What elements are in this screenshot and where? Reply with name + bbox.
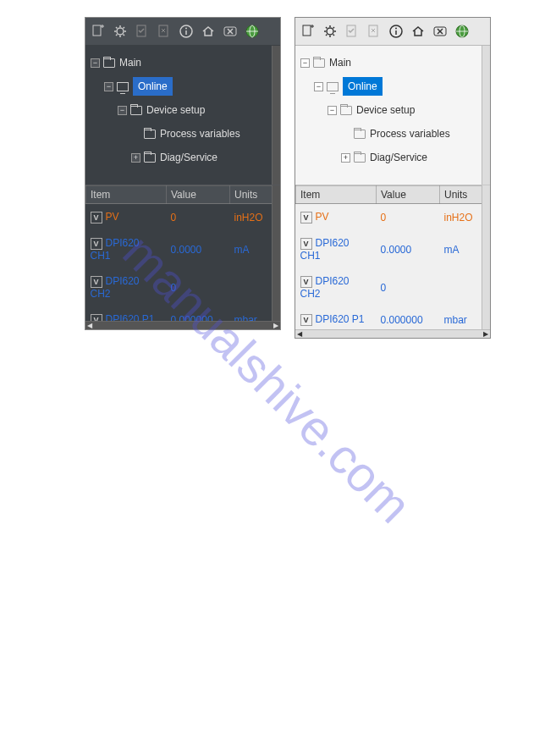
panel-dark: − Main − Online − Device setup Process v… xyxy=(85,17,281,330)
col-item[interactable]: Item xyxy=(86,186,167,204)
cell-value: 0.0000 xyxy=(377,230,440,268)
tree-scrollbar[interactable] xyxy=(272,46,280,185)
globe-icon[interactable] xyxy=(243,22,261,41)
svg-line-9 xyxy=(124,35,125,36)
cell-item: PV xyxy=(316,211,329,223)
collapse-icon[interactable]: − xyxy=(314,82,323,91)
check-page-icon[interactable] xyxy=(343,22,361,41)
cell-value: 0 xyxy=(167,204,230,231)
info-icon[interactable] xyxy=(177,22,195,41)
tree-scrollbar[interactable] xyxy=(482,46,490,185)
svg-point-17 xyxy=(185,28,187,30)
svg-line-10 xyxy=(116,35,118,36)
cell-item: PV xyxy=(106,211,119,223)
collapse-icon[interactable]: − xyxy=(328,106,337,115)
v-badge-icon: V xyxy=(300,276,312,288)
home-icon[interactable] xyxy=(199,22,217,41)
delete-page-icon[interactable] xyxy=(155,22,173,41)
scroll-right-icon[interactable]: ▶ xyxy=(482,330,490,338)
tree-label: Process variables xyxy=(160,128,240,140)
expand-icon[interactable]: + xyxy=(131,153,140,163)
table-body-dark: VPV0inH2OVDPI620 CH10.0000mAVDPI620 CH20… xyxy=(86,204,280,330)
col-value[interactable]: Value xyxy=(167,186,230,204)
globe-icon[interactable] xyxy=(453,22,471,41)
new-file-icon[interactable] xyxy=(299,22,317,41)
info-icon[interactable] xyxy=(387,22,405,41)
delete-page-icon[interactable] xyxy=(365,22,383,41)
svg-point-28 xyxy=(327,28,333,35)
svg-rect-25 xyxy=(303,25,311,36)
cell-item: DPI620 P1 xyxy=(316,313,365,325)
v-badge-icon: V xyxy=(300,238,312,250)
table-row[interactable]: VPV0inH2O xyxy=(296,204,490,231)
tree-item-main[interactable]: − Main xyxy=(300,51,487,74)
home-icon[interactable] xyxy=(409,22,427,41)
svg-line-34 xyxy=(333,35,335,36)
folder-icon xyxy=(144,130,156,139)
col-value[interactable]: Value xyxy=(377,186,440,204)
tree-label: Main xyxy=(119,57,141,69)
collapse-icon[interactable]: − xyxy=(91,58,100,68)
tree-item-process-variables[interactable]: Process variables xyxy=(300,122,487,146)
table-h-scrollbar[interactable]: ◀ ▶ xyxy=(85,321,280,329)
table-wrap: Item Value Units VPV0inH2OVDPI620 CH10.0… xyxy=(85,185,280,329)
table-body-light: VPV0inH2OVDPI620 CH10.0000mAVDPI620 CH20… xyxy=(296,204,490,339)
svg-line-35 xyxy=(326,35,328,36)
svg-line-11 xyxy=(124,27,125,29)
table-row[interactable]: VDPI620 CH20 xyxy=(86,268,280,306)
table-wrap: Item Value Units VPV0inH2OVDPI620 CH10.0… xyxy=(295,185,490,338)
close-x-icon[interactable] xyxy=(431,22,449,41)
collapse-icon[interactable]: − xyxy=(118,106,127,115)
folder-icon xyxy=(130,106,142,115)
tree-item-main[interactable]: − Main xyxy=(91,51,277,74)
new-file-icon[interactable] xyxy=(89,22,107,41)
toolbar xyxy=(295,18,490,46)
close-x-icon[interactable] xyxy=(221,22,239,41)
table-row[interactable]: VDPI620 CH20 xyxy=(296,268,490,306)
tree-label: Diag/Service xyxy=(370,152,427,163)
scroll-left-icon[interactable]: ◀ xyxy=(85,322,94,329)
expand-icon[interactable]: + xyxy=(341,153,350,163)
monitor-icon xyxy=(117,82,129,91)
tree-view: − Main − Online − Device setup Process v… xyxy=(85,46,280,185)
tree-view: − Main − Online − Device setup Process v… xyxy=(295,46,490,185)
svg-line-36 xyxy=(333,27,335,29)
tree-label: Main xyxy=(329,57,351,69)
table-v-scrollbar[interactable] xyxy=(272,185,280,329)
table-row[interactable]: VDPI620 CH10.0000mA xyxy=(296,230,490,268)
tree-item-device-setup[interactable]: − Device setup xyxy=(91,98,277,122)
variables-table: Item Value Units VPV0inH2OVDPI620 CH10.0… xyxy=(295,185,490,338)
gear-icon[interactable] xyxy=(321,22,339,41)
folder-icon xyxy=(340,106,352,115)
cell-value: 0 xyxy=(167,268,230,306)
tree-label-selected: Online xyxy=(343,77,383,96)
col-item[interactable]: Item xyxy=(296,186,377,204)
svg-point-3 xyxy=(117,28,124,35)
collapse-icon[interactable]: − xyxy=(300,58,310,68)
check-page-icon[interactable] xyxy=(133,22,151,41)
scroll-right-icon[interactable]: ▶ xyxy=(272,322,280,329)
collapse-icon[interactable]: − xyxy=(104,82,113,91)
table-h-scrollbar[interactable]: ◀ ▶ xyxy=(295,329,490,338)
tree-label: Process variables xyxy=(370,128,450,140)
folder-icon xyxy=(354,130,366,139)
tree-item-device-setup[interactable]: − Device setup xyxy=(300,98,487,122)
tree-item-online[interactable]: − Online xyxy=(91,74,277,98)
svg-point-42 xyxy=(395,28,397,30)
tree-item-diag-service[interactable]: + Diag/Service xyxy=(91,146,277,169)
folder-icon xyxy=(313,58,325,68)
v-badge-icon: V xyxy=(91,276,102,288)
table-row[interactable]: VPV0inH2O xyxy=(86,204,280,231)
panel-light: − Main − Online − Device setup Process v… xyxy=(295,17,491,339)
gear-icon[interactable] xyxy=(111,22,129,41)
tree-item-process-variables[interactable]: Process variables xyxy=(91,122,277,146)
svg-line-33 xyxy=(326,27,328,29)
scroll-left-icon[interactable]: ◀ xyxy=(295,330,304,338)
tree-item-online[interactable]: − Online xyxy=(300,74,487,98)
monitor-icon xyxy=(327,82,339,91)
table-v-scrollbar[interactable] xyxy=(482,185,490,338)
table-row[interactable]: VDPI620 CH10.0000mA xyxy=(86,230,280,268)
tree-label: Diag/Service xyxy=(160,152,217,163)
tree-item-diag-service[interactable]: + Diag/Service xyxy=(300,146,487,169)
tree-label: Device setup xyxy=(356,104,415,116)
